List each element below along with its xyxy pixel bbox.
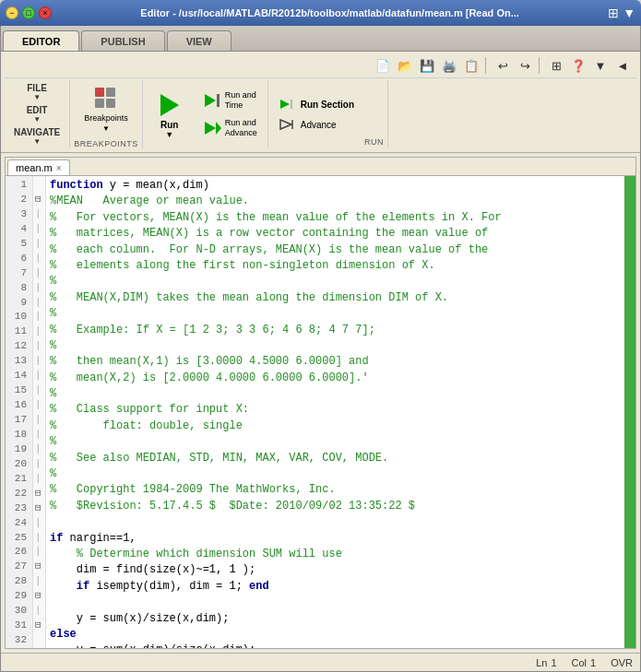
editor-file-tab[interactable]: mean.m × bbox=[7, 159, 70, 175]
run-section-label: Run Section bbox=[301, 100, 354, 110]
run-and-advance-button[interactable]: Run and Advance bbox=[196, 115, 264, 141]
toggle-icon[interactable]: ⊞ bbox=[546, 55, 566, 76]
ln-label: Ln bbox=[536, 657, 547, 668]
editor-tabs: mean.m × bbox=[6, 158, 635, 176]
file-arrow: ▼ bbox=[33, 93, 41, 101]
run-section-icon bbox=[279, 98, 297, 111]
ribbon: FILE ▼ EDIT ▼ NAVIGATE ▼ bbox=[5, 78, 636, 150]
dropdown-icon[interactable]: ▼ bbox=[590, 55, 611, 76]
status-bar: Ln 1 Col 1 OVR bbox=[1, 653, 640, 671]
svg-rect-0 bbox=[95, 88, 104, 97]
title-bar-right: ⊞ ▼ bbox=[608, 6, 635, 20]
svg-rect-1 bbox=[106, 88, 115, 97]
svg-marker-9 bbox=[280, 100, 290, 109]
run-section-label-bottom: RUN bbox=[364, 137, 384, 147]
file-menu[interactable]: FILE ▼ bbox=[23, 82, 51, 102]
file-label: FILE bbox=[27, 83, 47, 93]
ovr-label: OVR bbox=[611, 657, 633, 668]
col-label: Col bbox=[572, 657, 588, 668]
run-time-line2: Time bbox=[225, 100, 256, 111]
editor-tab-close[interactable]: × bbox=[56, 163, 62, 173]
navigate-label: NAVIGATE bbox=[14, 127, 60, 137]
breakpoints-arrow: ▼ bbox=[102, 124, 110, 133]
svg-marker-7 bbox=[205, 122, 216, 135]
breakpoints-buttons: Breakpoints ▼ bbox=[76, 80, 137, 137]
close-button[interactable]: × bbox=[39, 6, 52, 19]
window-title: Editor - /usr/local/MATLAB/R2012b/toolbo… bbox=[52, 7, 608, 18]
svg-marker-8 bbox=[216, 122, 221, 135]
run-advance-line2: Advance bbox=[225, 128, 257, 138]
window-controls: − □ × bbox=[6, 6, 52, 19]
tab-editor[interactable]: EDITOR bbox=[3, 30, 79, 51]
run-and-time-button[interactable]: Run and Time bbox=[196, 88, 264, 113]
redo-icon[interactable]: ↪ bbox=[515, 55, 535, 76]
advance-label: Advance bbox=[301, 120, 337, 130]
tab-bar: EDITOR PUBLISH VIEW bbox=[1, 26, 640, 52]
svg-rect-3 bbox=[106, 99, 115, 108]
save-all-icon[interactable]: 📋 bbox=[461, 55, 481, 76]
run-label: Run bbox=[160, 120, 178, 130]
advance-button[interactable]: Advance bbox=[272, 115, 361, 134]
editor-filename: mean.m bbox=[16, 162, 53, 173]
svg-marker-11 bbox=[280, 120, 291, 129]
tab-publish[interactable]: PUBLISH bbox=[81, 30, 164, 51]
tab-view[interactable]: VIEW bbox=[167, 30, 231, 51]
navigate-arrow: ▼ bbox=[33, 137, 41, 146]
run-arrow: ▼ bbox=[165, 130, 173, 139]
line-status: Ln 1 bbox=[536, 657, 556, 668]
line-markers: ⊟ | | | | | | | | | | | | | | | | | | | bbox=[33, 176, 46, 648]
run-time-line1: Run and bbox=[225, 90, 256, 100]
svg-rect-6 bbox=[217, 94, 220, 107]
arrow-icon[interactable]: ◄ bbox=[612, 55, 633, 76]
new-file-icon[interactable]: 📄 bbox=[373, 55, 393, 76]
line-numbers: 12345 678910 1112131415 1617181920 21222… bbox=[6, 176, 33, 648]
run-button[interactable]: Run ▼ bbox=[147, 86, 193, 144]
run-advance-line1: Run and bbox=[225, 118, 257, 128]
run-advance-icon bbox=[203, 120, 221, 136]
navigate-menu[interactable]: NAVIGATE ▼ bbox=[10, 126, 64, 147]
ln-value: 1 bbox=[551, 657, 556, 668]
edit-label: EDIT bbox=[27, 105, 48, 115]
svg-marker-5 bbox=[205, 94, 216, 107]
collapse-icon[interactable]: ▼ bbox=[623, 6, 635, 20]
maximize-button[interactable]: □ bbox=[22, 6, 35, 19]
breakpoints-section: Breakpoints ▼ BREAKPOINTS bbox=[70, 80, 143, 148]
breakpoints-button[interactable]: Breakpoints ▼ bbox=[76, 82, 137, 136]
svg-marker-4 bbox=[160, 94, 179, 116]
main-container: EDITOR PUBLISH VIEW 📄 📂 💾 🖨️ 📋 ↩ ↪ ⊞ ❓ ▼… bbox=[0, 26, 641, 672]
svg-rect-2 bbox=[95, 99, 104, 108]
left-labels-section: FILE ▼ EDIT ▼ NAVIGATE ▼ bbox=[5, 80, 70, 148]
col-status: Col 1 bbox=[572, 657, 597, 668]
breakpoints-section-label: BREAKPOINTS bbox=[74, 139, 138, 148]
minimize-button[interactable]: − bbox=[6, 6, 18, 19]
save-icon[interactable]: 💾 bbox=[417, 55, 437, 76]
breakpoints-label: Breakpoints bbox=[84, 113, 128, 123]
ovr-status: OVR bbox=[611, 657, 633, 668]
expand-icon[interactable]: ⊞ bbox=[608, 6, 619, 20]
breakpoints-icon bbox=[93, 86, 119, 112]
code-area: 12345 678910 1112131415 1617181920 21222… bbox=[6, 176, 635, 648]
edit-menu[interactable]: EDIT ▼ bbox=[23, 104, 52, 124]
icon-toolbar: 📄 📂 💾 🖨️ 📋 ↩ ↪ ⊞ ❓ ▼ ◄ bbox=[5, 53, 636, 78]
code-indicator bbox=[624, 176, 635, 648]
col-value: 1 bbox=[590, 657, 596, 668]
run-time-icon bbox=[203, 92, 221, 109]
run-section: Run ▼ Run and Time bbox=[143, 80, 388, 148]
edit-arrow: ▼ bbox=[33, 115, 41, 124]
run-icon bbox=[155, 90, 184, 120]
open-icon[interactable]: 📂 bbox=[395, 55, 415, 76]
undo-icon[interactable]: ↩ bbox=[493, 55, 513, 76]
toolbar-area: 📄 📂 💾 🖨️ 📋 ↩ ↪ ⊞ ❓ ▼ ◄ FILE ▼ EDI bbox=[1, 52, 640, 153]
code-content[interactable]: function y = mean(x,dim) %MEAN Average o… bbox=[46, 176, 624, 648]
print-icon[interactable]: 🖨️ bbox=[439, 55, 459, 76]
editor-container: mean.m × 12345 678910 1112131415 1617181… bbox=[5, 157, 636, 649]
run-section-button[interactable]: Run Section bbox=[272, 95, 361, 113]
advance-icon bbox=[279, 118, 297, 131]
title-bar: − □ × Editor - /usr/local/MATLAB/R2012b/… bbox=[0, 0, 641, 26]
help-icon[interactable]: ❓ bbox=[568, 55, 588, 76]
